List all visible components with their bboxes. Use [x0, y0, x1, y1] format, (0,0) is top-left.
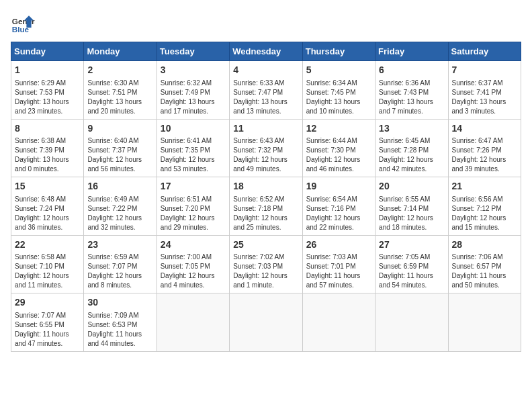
day-info: Sunrise: 6:40 AMSunset: 7:37 PMDaylight:…	[87, 136, 152, 174]
header-tuesday: Tuesday	[157, 42, 229, 61]
calendar-cell: 4Sunrise: 6:33 AMSunset: 7:47 PMDaylight…	[230, 61, 302, 120]
day-number: 12	[306, 122, 371, 136]
day-info: Sunrise: 6:41 AMSunset: 7:35 PMDaylight:…	[161, 136, 226, 174]
logo: General Blue	[11, 11, 35, 35]
calendar-cell	[302, 293, 375, 352]
calendar-cell: 19Sunrise: 6:54 AMSunset: 7:16 PMDayligh…	[302, 177, 375, 236]
calendar-cell: 18Sunrise: 6:52 AMSunset: 7:18 PMDayligh…	[230, 177, 302, 236]
page-header: General Blue	[11, 11, 521, 35]
day-number: 10	[161, 122, 226, 136]
calendar-cell: 1Sunrise: 6:29 AMSunset: 7:53 PMDaylight…	[11, 61, 84, 120]
calendar-cell: 2Sunrise: 6:30 AMSunset: 7:51 PMDaylight…	[84, 61, 157, 120]
day-number: 4	[233, 64, 298, 77]
day-info: Sunrise: 6:33 AMSunset: 7:47 PMDaylight:…	[233, 79, 298, 116]
calendar-cell	[157, 293, 229, 352]
calendar-cell	[375, 293, 448, 352]
day-number: 21	[452, 180, 517, 193]
calendar-cell: 7Sunrise: 6:37 AMSunset: 7:41 PMDaylight…	[448, 61, 521, 120]
calendar-cell: 28Sunrise: 7:06 AMSunset: 6:57 PMDayligh…	[448, 235, 521, 293]
header-monday: Monday	[84, 42, 157, 61]
calendar-cell: 16Sunrise: 6:49 AMSunset: 7:22 PMDayligh…	[84, 177, 157, 236]
day-number: 30	[87, 296, 152, 310]
header-sunday: Sunday	[11, 42, 84, 61]
day-number: 2	[87, 64, 152, 77]
calendar-cell: 8Sunrise: 6:38 AMSunset: 7:39 PMDaylight…	[11, 119, 84, 177]
calendar-cell: 11Sunrise: 6:43 AMSunset: 7:32 PMDayligh…	[230, 119, 302, 177]
day-info: Sunrise: 6:48 AMSunset: 7:24 PMDaylight:…	[15, 195, 80, 232]
calendar-cell: 12Sunrise: 6:44 AMSunset: 7:30 PMDayligh…	[302, 119, 375, 177]
calendar-body: 1Sunrise: 6:29 AMSunset: 7:53 PMDaylight…	[11, 61, 521, 352]
day-number: 24	[161, 238, 226, 252]
svg-text:General: General	[12, 17, 35, 26]
calendar-cell: 13Sunrise: 6:45 AMSunset: 7:28 PMDayligh…	[375, 119, 448, 177]
day-number: 7	[452, 64, 517, 77]
calendar-cell: 22Sunrise: 6:58 AMSunset: 7:10 PMDayligh…	[11, 235, 84, 293]
weekday-header-row: Sunday Monday Tuesday Wednesday Thursday…	[11, 42, 521, 61]
day-info: Sunrise: 6:58 AMSunset: 7:10 PMDaylight:…	[15, 253, 80, 290]
day-info: Sunrise: 6:34 AMSunset: 7:45 PMDaylight:…	[306, 79, 371, 116]
day-info: Sunrise: 6:45 AMSunset: 7:28 PMDaylight:…	[379, 136, 444, 174]
calendar-cell: 5Sunrise: 6:34 AMSunset: 7:45 PMDaylight…	[302, 61, 375, 120]
day-info: Sunrise: 6:54 AMSunset: 7:16 PMDaylight:…	[306, 195, 371, 232]
day-info: Sunrise: 6:30 AMSunset: 7:51 PMDaylight:…	[87, 79, 152, 116]
day-info: Sunrise: 7:00 AMSunset: 7:05 PMDaylight:…	[161, 253, 226, 290]
day-number: 22	[15, 238, 80, 252]
calendar-cell	[448, 293, 521, 352]
day-info: Sunrise: 7:02 AMSunset: 7:03 PMDaylight:…	[233, 253, 298, 290]
day-info: Sunrise: 6:37 AMSunset: 7:41 PMDaylight:…	[452, 79, 517, 116]
day-info: Sunrise: 6:52 AMSunset: 7:18 PMDaylight:…	[233, 195, 298, 232]
day-info: Sunrise: 6:56 AMSunset: 7:12 PMDaylight:…	[452, 195, 517, 232]
day-number: 9	[87, 122, 152, 136]
day-number: 29	[15, 296, 80, 310]
day-info: Sunrise: 7:09 AMSunset: 6:53 PMDaylight:…	[87, 311, 152, 349]
calendar-cell: 30Sunrise: 7:09 AMSunset: 6:53 PMDayligh…	[84, 293, 157, 352]
day-info: Sunrise: 6:43 AMSunset: 7:32 PMDaylight:…	[233, 136, 298, 174]
logo-icon: General Blue	[11, 11, 35, 35]
calendar-cell: 14Sunrise: 6:47 AMSunset: 7:26 PMDayligh…	[448, 119, 521, 177]
day-info: Sunrise: 6:44 AMSunset: 7:30 PMDaylight:…	[306, 136, 371, 174]
day-number: 16	[87, 180, 152, 193]
day-info: Sunrise: 6:29 AMSunset: 7:53 PMDaylight:…	[15, 79, 80, 116]
header-saturday: Saturday	[448, 42, 521, 61]
calendar-cell: 3Sunrise: 6:32 AMSunset: 7:49 PMDaylight…	[157, 61, 229, 120]
calendar-cell	[230, 293, 302, 352]
day-number: 1	[15, 64, 80, 77]
day-number: 25	[233, 238, 298, 252]
calendar-cell: 26Sunrise: 7:03 AMSunset: 7:01 PMDayligh…	[302, 235, 375, 293]
calendar-week-row: 22Sunrise: 6:58 AMSunset: 7:10 PMDayligh…	[11, 235, 521, 293]
day-info: Sunrise: 6:59 AMSunset: 7:07 PMDaylight:…	[87, 253, 152, 290]
day-info: Sunrise: 7:07 AMSunset: 6:55 PMDaylight:…	[15, 311, 80, 349]
day-number: 28	[452, 238, 517, 252]
day-info: Sunrise: 6:49 AMSunset: 7:22 PMDaylight:…	[87, 195, 152, 232]
day-number: 13	[379, 122, 444, 136]
day-number: 19	[306, 180, 371, 193]
calendar-cell: 27Sunrise: 7:05 AMSunset: 6:59 PMDayligh…	[375, 235, 448, 293]
day-info: Sunrise: 6:36 AMSunset: 7:43 PMDaylight:…	[379, 79, 444, 116]
calendar-cell: 17Sunrise: 6:51 AMSunset: 7:20 PMDayligh…	[157, 177, 229, 236]
day-number: 20	[379, 180, 444, 193]
calendar-cell: 9Sunrise: 6:40 AMSunset: 7:37 PMDaylight…	[84, 119, 157, 177]
calendar-week-row: 8Sunrise: 6:38 AMSunset: 7:39 PMDaylight…	[11, 119, 521, 177]
calendar-cell: 29Sunrise: 7:07 AMSunset: 6:55 PMDayligh…	[11, 293, 84, 352]
day-number: 3	[161, 64, 226, 77]
day-info: Sunrise: 7:03 AMSunset: 7:01 PMDaylight:…	[306, 253, 371, 290]
calendar-cell: 6Sunrise: 6:36 AMSunset: 7:43 PMDaylight…	[375, 61, 448, 120]
day-number: 17	[161, 180, 226, 193]
day-info: Sunrise: 6:38 AMSunset: 7:39 PMDaylight:…	[15, 136, 80, 174]
day-number: 8	[15, 122, 80, 136]
header-thursday: Thursday	[302, 42, 375, 61]
day-info: Sunrise: 7:06 AMSunset: 6:57 PMDaylight:…	[452, 253, 517, 290]
day-number: 6	[379, 64, 444, 77]
calendar-cell: 25Sunrise: 7:02 AMSunset: 7:03 PMDayligh…	[230, 235, 302, 293]
day-info: Sunrise: 6:32 AMSunset: 7:49 PMDaylight:…	[161, 79, 226, 116]
header-friday: Friday	[375, 42, 448, 61]
day-number: 26	[306, 238, 371, 252]
day-number: 15	[15, 180, 80, 193]
day-info: Sunrise: 6:55 AMSunset: 7:14 PMDaylight:…	[379, 195, 444, 232]
header-wednesday: Wednesday	[230, 42, 302, 61]
day-number: 11	[233, 122, 298, 136]
calendar-week-row: 15Sunrise: 6:48 AMSunset: 7:24 PMDayligh…	[11, 177, 521, 236]
calendar-cell: 24Sunrise: 7:00 AMSunset: 7:05 PMDayligh…	[157, 235, 229, 293]
calendar-week-row: 1Sunrise: 6:29 AMSunset: 7:53 PMDaylight…	[11, 61, 521, 120]
calendar-table: Sunday Monday Tuesday Wednesday Thursday…	[11, 42, 521, 352]
